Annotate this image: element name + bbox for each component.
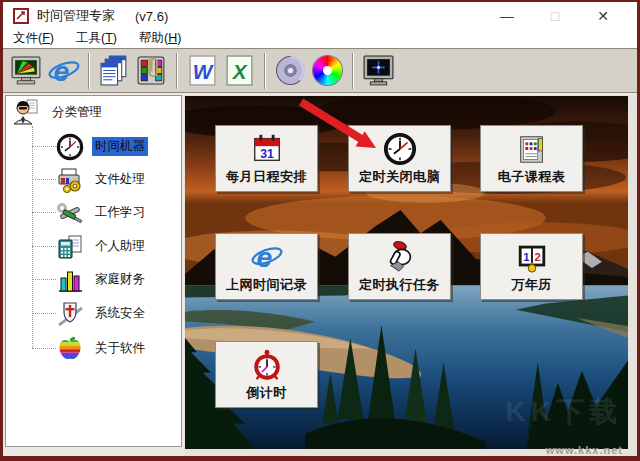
tree-connector xyxy=(32,146,56,147)
sidebar-item-time-machine[interactable]: 时间机器 xyxy=(56,130,148,163)
hand-press-icon xyxy=(383,238,417,276)
ie-browser-icon: e xyxy=(250,238,284,276)
sidebar-item-label[interactable]: 个人助理 xyxy=(92,237,148,256)
excel-icon[interactable]: X xyxy=(222,53,257,88)
toolbar: e xyxy=(3,48,637,93)
feature-label: 倒计时 xyxy=(246,384,287,402)
category-tree-panel: 分类管理 xyxy=(5,95,182,447)
svg-text:31: 31 xyxy=(260,147,274,161)
main-panel: 31 每月日程安排 xyxy=(184,95,637,456)
content-area: 分类管理 xyxy=(3,93,637,458)
shield-sword-icon xyxy=(56,300,84,328)
ie-browser-icon[interactable]: e xyxy=(46,53,81,88)
manager-icon xyxy=(12,98,40,126)
tree-connector xyxy=(32,212,56,213)
feature-countdown[interactable]: 倒计时 xyxy=(215,341,318,408)
close-button[interactable]: ✕ xyxy=(579,8,627,24)
tree-connector xyxy=(32,279,56,280)
word-icon[interactable]: W xyxy=(185,53,220,88)
feature-scheduled-tasks[interactable]: 定时执行任务 xyxy=(348,233,451,300)
printer-gears-icon xyxy=(56,166,84,194)
schedule-card-icon xyxy=(515,130,549,168)
toolbar-separator xyxy=(264,53,266,89)
feature-monthly-schedule[interactable]: 31 每月日程安排 xyxy=(215,125,318,192)
sidebar-item-about-software[interactable]: 关于软件 xyxy=(56,332,148,365)
color-wheel-icon[interactable] xyxy=(310,53,345,88)
sidebar-item-label[interactable]: 系统安全 xyxy=(92,304,148,323)
tree-connector xyxy=(32,348,56,349)
site-watermark: www.kkx.net xyxy=(546,444,623,456)
toolbar-separator xyxy=(88,53,90,89)
tree-connector xyxy=(32,246,56,247)
cd-disc-icon[interactable] xyxy=(273,53,308,88)
tree-root-categories[interactable]: 分类管理 xyxy=(12,98,102,126)
svg-text:X: X xyxy=(232,60,248,83)
window-version: (v7.6) xyxy=(135,9,168,24)
minimize-button[interactable]: — xyxy=(483,8,531,24)
feature-online-time-record[interactable]: e 上网时间记录 xyxy=(215,233,318,300)
alarm-clock-icon xyxy=(250,346,284,384)
perpetual-calendar-icon: 1 2 xyxy=(515,238,549,276)
app-window: 时间管理专家 (v7.6) — □ ✕ 文件(F) 工具(T) 帮助(H) e xyxy=(0,0,640,461)
sidebar-item-personal-assistant[interactable]: 个人助理 xyxy=(56,230,148,263)
bar-chart-icon xyxy=(56,266,84,294)
title-bar: 时间管理专家 (v7.6) — □ ✕ xyxy=(3,2,637,30)
tree-root-label[interactable]: 分类管理 xyxy=(52,104,102,121)
wall-clock-icon xyxy=(383,130,417,168)
feature-scheduled-shutdown[interactable]: 定时关闭电脑 xyxy=(348,125,451,192)
sidebar-item-label[interactable]: 关于软件 xyxy=(92,339,148,358)
menu-bar: 文件(F) 工具(T) 帮助(H) xyxy=(3,30,637,48)
sidebar-item-label[interactable]: 时间机器 xyxy=(92,137,148,156)
clock-icon xyxy=(56,133,84,161)
svg-text:e: e xyxy=(53,55,69,87)
maximize-button: □ xyxy=(531,8,579,24)
app-icon xyxy=(13,8,29,24)
photo-background: 31 每月日程安排 xyxy=(185,96,628,449)
svg-text:e: e xyxy=(256,241,272,273)
menu-file[interactable]: 文件(F) xyxy=(3,30,66,49)
feature-perpetual-calendar[interactable]: 1 2 万年历 xyxy=(480,233,583,300)
svg-text:2: 2 xyxy=(534,251,540,263)
calendar-31-icon: 31 xyxy=(250,130,284,168)
sidebar-item-label[interactable]: 家庭财务 xyxy=(92,270,148,289)
sidebar-item-label[interactable]: 工作学习 xyxy=(92,203,148,222)
screensaver-monitor-icon[interactable] xyxy=(9,53,44,88)
sidebar-item-family-finance[interactable]: 家庭财务 xyxy=(56,263,148,296)
menu-tools[interactable]: 工具(T) xyxy=(66,30,129,49)
feature-label: 万年历 xyxy=(511,276,552,294)
menu-help[interactable]: 帮助(H) xyxy=(129,30,193,49)
tree-trunk-line xyxy=(32,126,33,348)
tree-connector xyxy=(32,179,56,180)
toolbar-separator xyxy=(176,53,178,89)
window-title: 时间管理专家 xyxy=(37,7,115,25)
svg-text:W: W xyxy=(193,60,214,83)
feature-label: 电子课程表 xyxy=(498,168,566,186)
feature-label: 定时关闭电脑 xyxy=(359,168,440,186)
calculator-icon xyxy=(56,233,84,261)
feature-label: 上网时间记录 xyxy=(226,276,307,294)
feature-label: 每月日程安排 xyxy=(226,168,307,186)
sidebar-item-file-processing[interactable]: 文件处理 xyxy=(56,163,148,196)
sidebar-item-label[interactable]: 文件处理 xyxy=(92,170,148,189)
feature-label: 定时执行任务 xyxy=(359,276,440,294)
organizer-clipboard-icon[interactable] xyxy=(134,53,169,88)
shutdown-monitor-icon[interactable] xyxy=(361,53,396,88)
sidebar-item-system-security[interactable]: 系统安全 xyxy=(56,297,148,330)
tree-connector xyxy=(32,313,56,314)
tools-icon xyxy=(56,199,84,227)
feature-electronic-timetable[interactable]: 电子课程表 xyxy=(480,125,583,192)
toolbar-separator xyxy=(352,53,354,89)
svg-text:1: 1 xyxy=(523,251,529,263)
rainbow-apple-icon xyxy=(56,335,84,363)
sidebar-item-work-study[interactable]: 工作学习 xyxy=(56,196,148,229)
documents-stack-icon[interactable] xyxy=(97,53,132,88)
